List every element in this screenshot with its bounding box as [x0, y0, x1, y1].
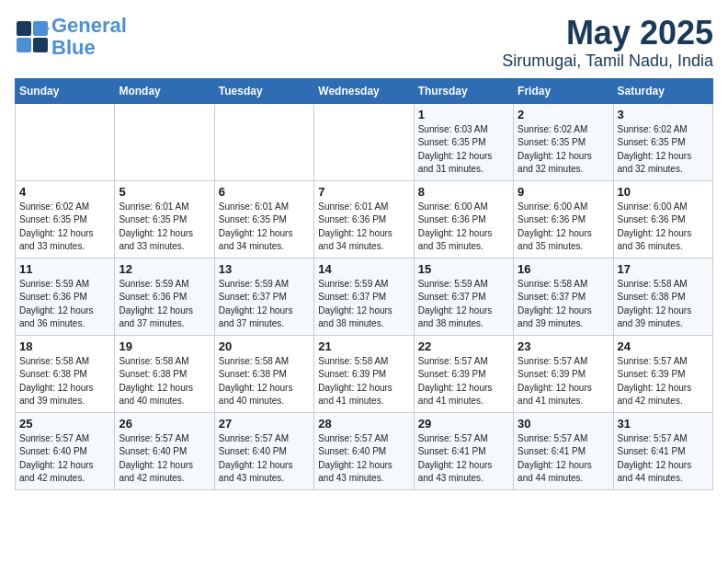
title-block: May 2025 Sirumugai, Tamil Nadu, India [502, 15, 713, 71]
svg-rect-3 [33, 38, 48, 52]
day-detail: Sunrise: 5:57 AM Sunset: 6:40 PM Dayligh… [219, 432, 310, 486]
calendar-cell: 4Sunrise: 6:02 AM Sunset: 6:35 PM Daylig… [16, 180, 115, 258]
day-detail: Sunrise: 5:59 AM Sunset: 6:37 PM Dayligh… [219, 278, 310, 331]
calendar-cell: 20Sunrise: 5:58 AM Sunset: 6:38 PM Dayli… [214, 335, 313, 412]
day-detail: Sunrise: 6:01 AM Sunset: 6:36 PM Dayligh… [318, 201, 409, 254]
day-header-sunday: Sunday [16, 78, 115, 103]
day-number: 24 [618, 339, 709, 353]
day-detail: Sunrise: 5:57 AM Sunset: 6:41 PM Dayligh… [618, 432, 709, 486]
day-number: 29 [418, 417, 509, 431]
svg-rect-2 [17, 38, 31, 52]
day-number: 6 [219, 185, 310, 199]
day-number: 4 [19, 185, 110, 199]
day-detail: Sunrise: 5:58 AM Sunset: 6:38 PM Dayligh… [119, 355, 210, 408]
calendar-cell [214, 103, 313, 180]
day-detail: Sunrise: 6:02 AM Sunset: 6:35 PM Dayligh… [19, 201, 110, 254]
day-number: 27 [219, 417, 310, 431]
day-detail: Sunrise: 5:57 AM Sunset: 6:40 PM Dayligh… [19, 432, 110, 486]
day-detail: Sunrise: 5:58 AM Sunset: 6:38 PM Dayligh… [219, 355, 310, 408]
logo-blue: Blue [51, 37, 127, 59]
calendar-cell: 1Sunrise: 6:03 AM Sunset: 6:35 PM Daylig… [414, 103, 513, 180]
calendar-table: SundayMondayTuesdayWednesdayThursdayFrid… [15, 78, 713, 490]
calendar-cell: 28Sunrise: 5:57 AM Sunset: 6:40 PM Dayli… [314, 412, 414, 489]
day-detail: Sunrise: 5:59 AM Sunset: 6:37 PM Dayligh… [318, 278, 409, 331]
day-number: 30 [518, 417, 609, 431]
calendar-week-5: 25Sunrise: 5:57 AM Sunset: 6:40 PM Dayli… [16, 412, 713, 489]
calendar-cell: 31Sunrise: 5:57 AM Sunset: 6:41 PM Dayli… [613, 412, 712, 489]
day-detail: Sunrise: 6:00 AM Sunset: 6:36 PM Dayligh… [418, 201, 509, 254]
calendar-cell: 22Sunrise: 5:57 AM Sunset: 6:39 PM Dayli… [414, 335, 513, 412]
day-detail: Sunrise: 6:02 AM Sunset: 6:35 PM Dayligh… [518, 123, 609, 177]
day-number: 10 [618, 185, 709, 199]
calendar-cell: 15Sunrise: 5:59 AM Sunset: 6:37 PM Dayli… [414, 258, 513, 335]
day-header-thursday: Thursday [414, 78, 513, 103]
day-number: 23 [518, 339, 609, 353]
calendar-cell: 9Sunrise: 6:00 AM Sunset: 6:36 PM Daylig… [514, 180, 613, 258]
day-number: 7 [318, 185, 409, 199]
logo: General Blue [15, 15, 127, 59]
day-detail: Sunrise: 5:58 AM Sunset: 6:37 PM Dayligh… [518, 278, 609, 331]
day-number: 20 [219, 339, 310, 353]
day-header-tuesday: Tuesday [214, 78, 313, 103]
calendar-cell: 5Sunrise: 6:01 AM Sunset: 6:35 PM Daylig… [115, 180, 214, 258]
day-detail: Sunrise: 5:57 AM Sunset: 6:41 PM Dayligh… [518, 432, 609, 486]
day-number: 15 [418, 262, 509, 276]
day-detail: Sunrise: 5:57 AM Sunset: 6:39 PM Dayligh… [518, 355, 609, 408]
calendar-cell: 21Sunrise: 5:58 AM Sunset: 6:39 PM Dayli… [314, 335, 414, 412]
day-detail: Sunrise: 5:59 AM Sunset: 6:36 PM Dayligh… [119, 278, 210, 331]
calendar-cell: 29Sunrise: 5:57 AM Sunset: 6:41 PM Dayli… [414, 412, 513, 489]
calendar-week-1: 1Sunrise: 6:03 AM Sunset: 6:35 PM Daylig… [16, 103, 713, 180]
day-detail: Sunrise: 6:00 AM Sunset: 6:36 PM Dayligh… [518, 201, 609, 254]
calendar-cell: 2Sunrise: 6:02 AM Sunset: 6:35 PM Daylig… [514, 103, 613, 180]
day-detail: Sunrise: 5:57 AM Sunset: 6:39 PM Dayligh… [418, 355, 509, 408]
day-detail: Sunrise: 5:59 AM Sunset: 6:37 PM Dayligh… [418, 278, 509, 331]
calendar-header-row: SundayMondayTuesdayWednesdayThursdayFrid… [16, 78, 713, 103]
day-number: 22 [418, 339, 509, 353]
calendar-cell: 6Sunrise: 6:01 AM Sunset: 6:35 PM Daylig… [214, 180, 313, 258]
day-number: 1 [418, 108, 509, 121]
day-detail: Sunrise: 5:57 AM Sunset: 6:40 PM Dayligh… [318, 432, 409, 486]
day-detail: Sunrise: 5:59 AM Sunset: 6:36 PM Dayligh… [19, 278, 110, 331]
calendar-cell: 17Sunrise: 5:58 AM Sunset: 6:38 PM Dayli… [613, 258, 712, 335]
day-number: 12 [119, 262, 210, 276]
day-header-friday: Friday [514, 78, 613, 103]
day-number: 26 [119, 417, 210, 431]
calendar-week-4: 18Sunrise: 5:58 AM Sunset: 6:38 PM Dayli… [16, 335, 713, 412]
calendar-week-2: 4Sunrise: 6:02 AM Sunset: 6:35 PM Daylig… [16, 180, 713, 258]
calendar-cell: 26Sunrise: 5:57 AM Sunset: 6:40 PM Dayli… [115, 412, 214, 489]
day-number: 2 [518, 108, 609, 121]
calendar-cell: 3Sunrise: 6:02 AM Sunset: 6:35 PM Daylig… [613, 103, 712, 180]
day-number: 31 [618, 417, 709, 431]
calendar-cell: 11Sunrise: 5:59 AM Sunset: 6:36 PM Dayli… [16, 258, 115, 335]
day-number: 13 [219, 262, 310, 276]
day-number: 28 [318, 417, 409, 431]
day-detail: Sunrise: 5:58 AM Sunset: 6:39 PM Dayligh… [318, 355, 409, 408]
calendar-week-3: 11Sunrise: 5:59 AM Sunset: 6:36 PM Dayli… [16, 258, 713, 335]
calendar-cell: 10Sunrise: 6:00 AM Sunset: 6:36 PM Dayli… [613, 180, 712, 258]
calendar-cell: 13Sunrise: 5:59 AM Sunset: 6:37 PM Dayli… [214, 258, 313, 335]
calendar-cell: 23Sunrise: 5:57 AM Sunset: 6:39 PM Dayli… [514, 335, 613, 412]
calendar-cell: 18Sunrise: 5:58 AM Sunset: 6:38 PM Dayli… [16, 335, 115, 412]
day-number: 14 [318, 262, 409, 276]
day-number: 18 [19, 339, 110, 353]
day-detail: Sunrise: 5:57 AM Sunset: 6:40 PM Dayligh… [119, 432, 210, 486]
day-detail: Sunrise: 6:00 AM Sunset: 6:36 PM Dayligh… [618, 201, 709, 254]
calendar-title: May 2025 [502, 15, 713, 52]
day-number: 16 [518, 262, 609, 276]
svg-rect-0 [17, 21, 31, 36]
day-number: 25 [19, 417, 110, 431]
calendar-cell: 12Sunrise: 5:59 AM Sunset: 6:36 PM Dayli… [115, 258, 214, 335]
day-number: 21 [318, 339, 409, 353]
page-header: General Blue May 2025 Sirumugai, Tamil N… [15, 15, 713, 71]
calendar-cell: 24Sunrise: 5:57 AM Sunset: 6:39 PM Dayli… [613, 335, 712, 412]
day-header-monday: Monday [115, 78, 214, 103]
day-number: 11 [19, 262, 110, 276]
calendar-cell: 27Sunrise: 5:57 AM Sunset: 6:40 PM Dayli… [214, 412, 313, 489]
day-number: 3 [618, 108, 709, 121]
calendar-cell: 30Sunrise: 5:57 AM Sunset: 6:41 PM Dayli… [514, 412, 613, 489]
logo-text: General [51, 15, 127, 37]
day-detail: Sunrise: 6:02 AM Sunset: 6:35 PM Dayligh… [618, 123, 709, 177]
calendar-cell: 8Sunrise: 6:00 AM Sunset: 6:36 PM Daylig… [414, 180, 513, 258]
calendar-cell: 16Sunrise: 5:58 AM Sunset: 6:37 PM Dayli… [514, 258, 613, 335]
day-detail: Sunrise: 5:58 AM Sunset: 6:38 PM Dayligh… [618, 278, 709, 331]
